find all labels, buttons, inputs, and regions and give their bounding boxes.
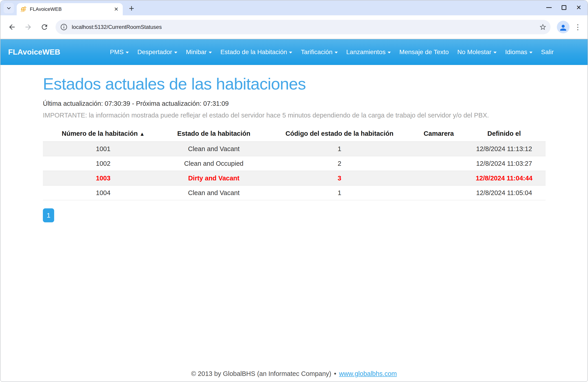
nav-item-label: Despertador [137, 48, 172, 56]
window-maximize-button[interactable] [556, 0, 571, 14]
nav-item-no-molestar[interactable]: No Molestar [457, 48, 497, 56]
nav-item-label: No Molestar [457, 48, 491, 56]
cell-status: Clean and Vacant [164, 142, 264, 156]
caret-down-icon [335, 52, 338, 53]
nav-item-salir[interactable]: Salir [541, 48, 554, 56]
cell-code: 1 [264, 186, 415, 200]
page-title: Estados actuales de las habitaciones [43, 74, 546, 93]
column-header-room-status[interactable]: Estado de la habitación [164, 128, 264, 142]
bookmark-button[interactable] [537, 22, 548, 33]
navbar-brand[interactable]: FLAvoiceWEB [8, 48, 60, 56]
footer-separator: • [334, 370, 336, 378]
tab-close-icon[interactable]: ✕ [112, 5, 120, 13]
nav-item-pms[interactable]: PMS [110, 48, 129, 56]
caret-down-icon [289, 52, 292, 53]
table-header-row: Número de la habitación▲ Estado de la ha… [43, 128, 546, 142]
nav-item-label: Idiomas [505, 48, 527, 56]
nav-item-lanzamientos[interactable]: Lanzamientos [346, 48, 391, 56]
maximize-icon [562, 5, 566, 10]
site-info-icon[interactable] [60, 23, 68, 31]
browser-window: FLAvoiceWEB ✕ + ✕ localhost:5132/Current… [0, 0, 588, 382]
nav-item-estado-habitacion[interactable]: Estado de la Habitación [220, 48, 293, 56]
caret-down-icon [209, 52, 212, 53]
profile-button[interactable] [557, 21, 569, 33]
important-note-text: IMPORTANTE: la información mostrada pued… [43, 112, 546, 119]
nav-item-label: Mensaje de Texto [399, 48, 449, 56]
reload-button[interactable] [38, 21, 51, 33]
main-content: Estados actuales de las habitaciones Últ… [0, 65, 588, 369]
cell-set-on: 12/8/2024 11:05:04 [462, 186, 546, 200]
caret-down-icon [529, 52, 532, 53]
chevron-down-icon [6, 6, 11, 11]
nav-item-minibar[interactable]: Minibar [186, 48, 212, 56]
nav-item-despertador[interactable]: Despertador [137, 48, 177, 56]
globalbhs-link[interactable]: www.globalbhs.com [339, 370, 397, 378]
cell-maid [415, 171, 463, 186]
caret-down-icon [493, 52, 497, 53]
table-row: 1003 Dirty and Vacant 3 12/8/2024 11:04:… [43, 171, 546, 186]
column-header-status-code[interactable]: Código del estado de la habitación [264, 128, 415, 142]
nav-item-idiomas[interactable]: Idiomas [505, 48, 532, 56]
forward-arrow-icon [24, 23, 32, 31]
cell-room: 1003 [43, 171, 164, 186]
address-bar[interactable]: localhost:5132/CurrentRoomStatuses [56, 20, 550, 34]
nav-item-tarificacion[interactable]: Tarificación [301, 48, 337, 56]
nav-item-label: Tarificación [301, 48, 332, 56]
tab-title: FLAvoiceWEB [30, 6, 112, 12]
cell-maid [415, 156, 463, 171]
window-minimize-button[interactable] [542, 0, 556, 14]
browser-toolbar: localhost:5132/CurrentRoomStatuses ⋮ [0, 15, 588, 39]
table-row: 1001 Clean and Vacant 1 12/8/2024 11:13:… [43, 142, 546, 156]
new-tab-button[interactable]: + [126, 3, 137, 14]
pagination: 1 [43, 208, 546, 222]
cell-code: 2 [264, 156, 415, 171]
cell-status: Dirty and Vacant [164, 171, 264, 186]
caret-down-icon [126, 52, 129, 53]
back-button[interactable] [6, 21, 18, 33]
cell-set-on: 12/8/2024 11:04:44 [462, 171, 546, 186]
cell-room: 1004 [43, 186, 164, 200]
cell-code: 3 [264, 171, 415, 186]
reload-icon [40, 23, 48, 31]
cell-room: 1001 [43, 142, 164, 156]
browser-tab[interactable]: FLAvoiceWEB ✕ [17, 3, 123, 15]
update-status-text: Última actualización: 07:30:39 - Próxima… [43, 100, 546, 107]
minimize-icon [546, 7, 552, 8]
cell-set-on: 12/8/2024 11:03:27 [462, 156, 546, 171]
back-arrow-icon [8, 23, 16, 31]
forward-button[interactable] [22, 21, 34, 33]
caret-down-icon [174, 52, 177, 53]
column-header-set-on[interactable]: Definido el [462, 128, 546, 142]
nav-item-label: Minibar [186, 48, 207, 56]
cell-maid [415, 186, 463, 200]
flavoiceweb-favicon-icon [20, 6, 27, 12]
copyright-text: © 2013 by GlobalBHS (an Informatec Compa… [191, 370, 331, 378]
page-footer: © 2013 by GlobalBHS (an Informatec Compa… [0, 369, 588, 382]
page-1-button[interactable]: 1 [43, 208, 54, 222]
cell-room: 1002 [43, 156, 164, 171]
column-header-room-number[interactable]: Número de la habitación▲ [43, 128, 164, 142]
cell-status: Clean and Vacant [164, 186, 264, 200]
url-text[interactable]: localhost:5132/CurrentRoomStatuses [72, 24, 162, 30]
browser-menu-button[interactable]: ⋮ [573, 23, 583, 31]
cell-status: Clean and Occupied [164, 156, 264, 171]
column-header-label: Número de la habitación [62, 130, 138, 137]
nav-item-label: Lanzamientos [346, 48, 386, 56]
cell-set-on: 12/8/2024 11:13:12 [462, 142, 546, 156]
tab-search-button[interactable] [4, 3, 14, 13]
table-row: 1004 Clean and Vacant 1 12/8/2024 11:05:… [43, 186, 546, 200]
nav-item-mensaje-de-texto[interactable]: Mensaje de Texto [399, 48, 449, 56]
cell-maid [415, 142, 463, 156]
window-close-button[interactable]: ✕ [571, 0, 586, 14]
tab-strip: FLAvoiceWEB ✕ + ✕ [0, 0, 588, 15]
nav-item-label: Estado de la Habitación [220, 48, 287, 56]
table-row: 1002 Clean and Occupied 2 12/8/2024 11:0… [43, 156, 546, 171]
caret-down-icon [388, 52, 391, 53]
navbar-items: PMS Despertador Minibar Estado de la Hab… [110, 48, 580, 56]
profile-avatar-icon [559, 23, 568, 32]
nav-item-label: Salir [541, 48, 554, 56]
sort-ascending-icon: ▲ [139, 131, 145, 137]
star-icon [539, 23, 547, 31]
column-header-maid[interactable]: Camarera [415, 128, 463, 142]
window-controls: ✕ [542, 0, 586, 14]
